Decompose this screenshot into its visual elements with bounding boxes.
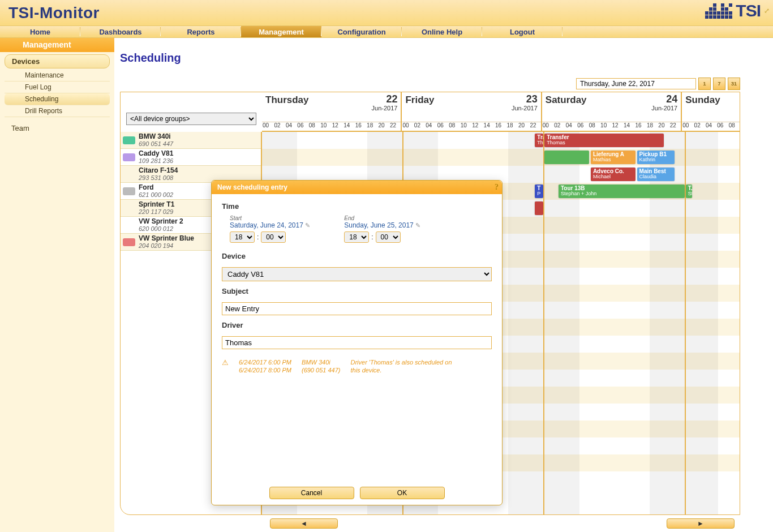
start-date-link[interactable]: Saturday, June 24, 2017 (230, 221, 303, 229)
event-transfer-trunc[interactable]: Trans...Thomas (535, 134, 543, 147)
pencil-icon[interactable]: ✎ (305, 222, 310, 229)
page-title: Scheduling (120, 52, 773, 65)
event-t2[interactable]: T...St... (686, 185, 692, 198)
date-nav: 1 7 31 (576, 78, 740, 90)
sidebar-item-fuel-log[interactable]: Fuel Log (5, 81, 110, 93)
main-nav: Home Dashboards Reports Management Confi… (0, 25, 773, 38)
event-transfer: TransferThomas (544, 134, 663, 147)
current-date-input[interactable] (576, 78, 696, 89)
device-number: 109 281 236 (139, 157, 173, 164)
start-hour-select[interactable]: 18 (230, 231, 255, 243)
start-label: Start (230, 215, 310, 221)
device-number: 204 020 194 (139, 242, 194, 249)
device-number: 621 000 002 (139, 191, 173, 198)
warn-time-2: 6/24/2017 8:00 PM (239, 366, 291, 374)
ok-button[interactable]: OK (360, 487, 445, 499)
event-main-best[interactable]: Main BestClaudia (637, 168, 675, 181)
warning-row: ⚠ 6/24/2017 6:00 PM 6/24/2017 8:00 PM BM… (222, 358, 492, 375)
grid-col-saturday[interactable]: TransferThomas Lieferung AMathias Pickup… (543, 132, 685, 514)
device-group-filter[interactable]: <All device groups> (126, 113, 256, 125)
calendar: <All device groups> Thursday 22 Jun-2017… (120, 92, 740, 515)
grid-col-sunday[interactable]: T...St... (685, 132, 740, 514)
device-number: 690 051 447 (139, 140, 173, 147)
sidebar-item-drill-reports[interactable]: Drill Reports (5, 105, 110, 117)
day-header-sunday: Sunday 0002040608 (681, 92, 740, 131)
subject-label: Subject (222, 287, 492, 295)
sidebar-group-devices[interactable]: Devices (5, 54, 110, 68)
sidebar-item-maintenance[interactable]: Maintenance (5, 70, 110, 81)
expand-icon[interactable]: ⤢ (764, 7, 770, 15)
app-title: TSI-Monitor (8, 4, 100, 22)
device-name: Ford (139, 184, 173, 191)
event-adveco[interactable]: Adveco Co.Michael (591, 168, 635, 181)
nav-logout[interactable]: Logout (482, 26, 562, 37)
vehicle-icon (123, 153, 135, 161)
nav-home[interactable]: Home (0, 26, 80, 37)
warn-device-num: (690 051 447) (302, 366, 341, 374)
event-green-small[interactable] (544, 151, 589, 164)
view-day-button[interactable]: 1 (698, 78, 711, 90)
driver-input[interactable] (222, 336, 492, 349)
day-header-friday: Friday 23 Jun-2017 000204060810121416182… (401, 92, 540, 131)
end-min-select[interactable]: 00 (376, 231, 401, 243)
device-label: Device (222, 252, 492, 260)
scroll-right-button[interactable]: ► (667, 518, 735, 529)
sidebar: Management Devices Maintenance Fuel Log … (0, 38, 114, 532)
end-time-block: End Sunday, June 25, 2017 ✎ 18 : 00 (344, 215, 420, 243)
device-name: Citaro F-154 (139, 167, 178, 174)
logo-right: TSI ⤢ (705, 1, 770, 20)
nav-online-help[interactable]: Online Help (402, 26, 482, 37)
new-scheduling-modal: New scheduling entry ? Time Start Saturd… (211, 180, 503, 505)
vehicle-icon (123, 136, 135, 144)
nav-dashboards[interactable]: Dashboards (80, 26, 161, 37)
vehicle-icon (123, 170, 135, 178)
logo-dots-icon (705, 3, 732, 19)
start-min-select[interactable]: 00 (261, 231, 286, 243)
app-header: TSI-Monitor (0, 0, 773, 25)
subject-input[interactable] (222, 302, 492, 315)
device-name: Caddy V81 (139, 150, 173, 157)
vehicle-icon (123, 221, 135, 229)
pencil-icon[interactable]: ✎ (415, 222, 420, 229)
warn-message: Driver 'Thomas' is also scheduled on thi… (350, 358, 458, 375)
sidebar-item-team[interactable]: Team (0, 121, 114, 136)
device-row[interactable]: BMW 340i690 051 447 (121, 132, 261, 149)
event-pickup-b1[interactable]: Pickup B1Kathrin (637, 151, 675, 164)
device-name: VW Sprinter Blue (139, 235, 194, 242)
day-header-saturday: Saturday 24 Jun-2017 0002040608101214161… (541, 92, 681, 131)
event-red-small[interactable] (535, 201, 543, 215)
scroll-left-button[interactable]: ◄ (270, 518, 338, 529)
nav-management[interactable]: Management (241, 26, 321, 37)
nav-reports[interactable]: Reports (161, 26, 241, 37)
content: Scheduling 1 7 31 <All device groups> Th… (114, 38, 773, 532)
cancel-button[interactable]: Cancel (269, 487, 354, 499)
modal-title: New scheduling entry (217, 183, 287, 191)
driver-label: Driver (222, 321, 492, 329)
end-label: End (344, 215, 420, 221)
scroll-bar: ◄ ► (114, 518, 740, 529)
warning-icon: ⚠ (222, 358, 229, 367)
modal-title-bar: New scheduling entry ? (212, 181, 502, 194)
sidebar-item-scheduling[interactable]: Scheduling (5, 93, 110, 105)
nav-configuration[interactable]: Configuration (321, 26, 402, 37)
warn-time-1: 6/24/2017 6:00 PM (239, 358, 291, 366)
device-name: Sprinter T1 (139, 201, 174, 208)
device-number: 293 531 008 (139, 174, 178, 181)
device-row[interactable]: Caddy V81109 281 236 (121, 149, 261, 166)
device-name: BMW 340i (139, 133, 173, 140)
end-hour-select[interactable]: 18 (344, 231, 369, 243)
event-tour-13b[interactable]: Tour 13BStephan + John (559, 185, 685, 198)
tsi-logo-text: TSI (736, 1, 761, 20)
vehicle-icon (123, 238, 135, 246)
event-lieferung-a[interactable]: Lieferung AMathias (591, 151, 635, 164)
device-number: 620 000 012 (139, 225, 183, 232)
event-t1[interactable]: TP (535, 185, 543, 198)
device-number: 220 117 029 (139, 208, 174, 215)
device-select[interactable]: Caddy V81 (222, 267, 492, 281)
time-label: Time (222, 202, 492, 211)
end-date-link[interactable]: Sunday, June 25, 2017 (344, 221, 414, 229)
view-month-button[interactable]: 31 (728, 78, 740, 90)
device-name: VW Sprinter 2 (139, 218, 183, 225)
view-week-button[interactable]: 7 (713, 78, 725, 90)
help-icon[interactable]: ? (495, 183, 499, 192)
